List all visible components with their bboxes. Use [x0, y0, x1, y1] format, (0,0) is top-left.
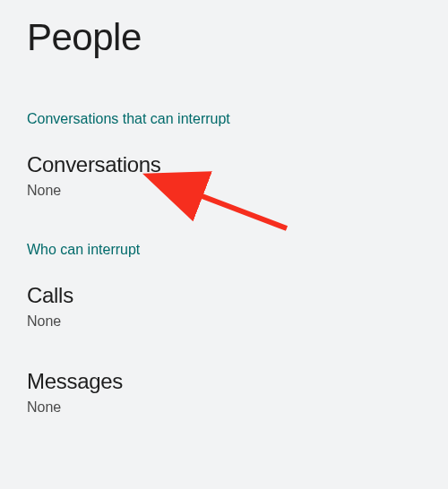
setting-title: Messages — [27, 369, 421, 394]
setting-title: Conversations — [27, 152, 421, 177]
setting-value: None — [27, 399, 421, 416]
section-header-conversations: Conversations that can interrupt — [0, 111, 448, 127]
setting-item-calls[interactable]: Calls None — [0, 283, 448, 330]
setting-title: Calls — [27, 283, 421, 308]
section-header-who-can-interrupt: Who can interrupt — [0, 242, 448, 258]
page-title: People — [0, 0, 448, 59]
setting-item-conversations[interactable]: Conversations None — [0, 152, 448, 199]
setting-value: None — [27, 313, 421, 330]
setting-value: None — [27, 183, 421, 199]
setting-item-messages[interactable]: Messages None — [0, 369, 448, 416]
